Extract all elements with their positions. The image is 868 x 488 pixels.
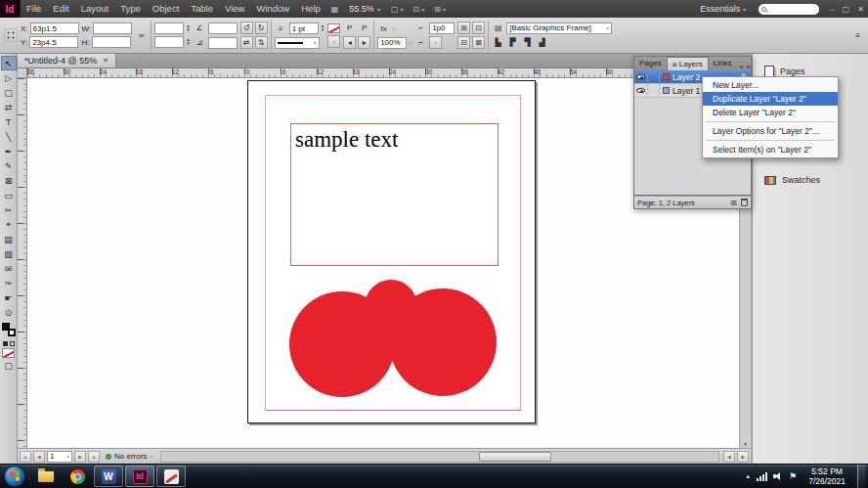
scale-y-input[interactable]: [154, 36, 184, 48]
menu-item[interactable]: View: [219, 0, 250, 18]
preflight-status[interactable]: No errors ▾: [102, 452, 156, 461]
fill-stroke-swatches[interactable]: [2, 323, 16, 336]
hand-tool[interactable]: ☛: [1, 290, 17, 305]
effects-fx-button[interactable]: fx: [377, 22, 390, 35]
corner-shape-dropdown[interactable]: ▾: [429, 36, 442, 49]
constrain-proportions-icon[interactable]: ∞: [135, 29, 148, 42]
bridge-icon[interactable]: ▦: [326, 5, 344, 14]
pasteboard[interactable]: sample text: [27, 78, 739, 448]
menu-item[interactable]: Object: [147, 0, 185, 18]
scroll-right-button[interactable]: ▸: [737, 451, 749, 463]
note-tool[interactable]: ✉: [1, 261, 17, 276]
document-tab[interactable]: *Untitled-4 @ 55% ✕: [18, 53, 116, 67]
align-bottom-button[interactable]: ▟: [536, 36, 548, 49]
pen-tool[interactable]: ✒: [1, 144, 17, 158]
width-input[interactable]: [93, 22, 132, 34]
horizontal-scrollbar[interactable]: [160, 451, 719, 463]
delete-layer-button[interactable]: [741, 199, 748, 206]
next-page-button[interactable]: ▸: [74, 451, 86, 463]
new-layer-button[interactable]: ⊞: [730, 199, 737, 207]
context-menu-item[interactable]: [706, 121, 835, 122]
direct-selection-tool[interactable]: ▷: [1, 70, 17, 85]
previous-page-button[interactable]: ◂: [33, 451, 45, 463]
menu-item[interactable]: Help: [295, 0, 326, 18]
workspace-switcher[interactable]: Essentials ▾: [694, 4, 752, 14]
line-tool[interactable]: ╲: [1, 129, 17, 144]
apply-none-button[interactable]: [2, 348, 15, 358]
corner-radius-input[interactable]: 1p0: [429, 22, 455, 34]
red-circles-shape[interactable]: [248, 81, 537, 424]
align-right-button[interactable]: ▜: [521, 36, 534, 49]
show-desktop-button[interactable]: [857, 465, 865, 488]
lock-toggle[interactable]: [648, 84, 660, 98]
scale-y-stepper[interactable]: ▲▼: [186, 38, 190, 46]
selection-tool[interactable]: ↖: [1, 56, 17, 70]
view-options-dropdown[interactable]: ▢▾: [386, 5, 409, 14]
action-center-icon[interactable]: ⚑: [789, 471, 797, 481]
last-page-button[interactable]: »: [88, 451, 100, 463]
menu-item[interactable]: Table: [185, 0, 219, 18]
x-input[interactable]: 63p1.5: [30, 22, 79, 34]
visibility-toggle[interactable]: [634, 70, 648, 84]
tab-pages[interactable]: Pages: [634, 57, 667, 70]
stroke-weight-input[interactable]: 1 pt: [289, 22, 319, 34]
scale-x-stepper[interactable]: ▲▼: [186, 24, 190, 32]
stroke-color-none-swatch[interactable]: [327, 23, 340, 33]
select-content-button[interactable]: P: [358, 22, 370, 34]
gap-tool[interactable]: ⇄: [1, 100, 17, 114]
align-top-button[interactable]: ▛: [506, 36, 519, 49]
control-panel-menu-icon[interactable]: ≡: [851, 29, 864, 42]
taskbar-clock[interactable]: 5:52 PM 7/26/2021: [803, 466, 851, 486]
fill-swatch[interactable]: [2, 323, 10, 331]
fit-proportional-button[interactable]: ⊠: [472, 36, 485, 49]
context-menu-item[interactable]: Select Item(s) on "Layer 2": [703, 143, 838, 156]
ruler-origin-corner[interactable]: [18, 68, 27, 78]
menu-item[interactable]: Window: [250, 0, 295, 18]
fit-content-button[interactable]: ⊞: [457, 22, 470, 34]
screen-mode-dropdown[interactable]: ⊡▾: [408, 5, 429, 14]
taskbar-paint-button[interactable]: [156, 466, 186, 487]
vertical-ruler[interactable]: [18, 78, 27, 448]
scissors-tool[interactable]: ✂: [1, 202, 17, 217]
fit-frame-button[interactable]: ⊡: [472, 22, 485, 34]
scale-x-input[interactable]: [154, 22, 184, 34]
height-input[interactable]: [92, 36, 131, 48]
context-menu-item[interactable]: [706, 140, 835, 141]
panel-collapse-menu[interactable]: »≡: [736, 64, 753, 70]
taskbar-explorer-button[interactable]: [31, 466, 61, 487]
type-tool[interactable]: T: [1, 114, 17, 129]
formatting-affects-buttons[interactable]: [3, 341, 15, 346]
eyedropper-tool[interactable]: ✑: [1, 276, 17, 290]
flip-vertical-button[interactable]: ⇅: [255, 36, 268, 49]
horizontal-scroll-thumb[interactable]: [479, 452, 551, 462]
start-button[interactable]: [4, 466, 25, 487]
screen-mode-button[interactable]: ▢: [1, 358, 17, 373]
volume-icon[interactable]: [773, 471, 783, 481]
rectangle-tool[interactable]: ▭: [1, 188, 17, 202]
rotate-ccw-button[interactable]: ↺: [240, 22, 253, 34]
reference-point-proxy[interactable]: [4, 28, 18, 42]
center-content-button[interactable]: ⊟: [457, 36, 470, 49]
menu-item[interactable]: Layout: [75, 0, 115, 18]
y-input[interactable]: 23p4.5: [29, 36, 78, 48]
gradient-swatch-tool[interactable]: ▤: [1, 232, 17, 246]
menu-item[interactable]: Edit: [47, 0, 74, 18]
stroke-weight-stepper[interactable]: ▲▼: [321, 24, 325, 32]
select-container-button[interactable]: P: [343, 22, 356, 34]
taskbar-word-button[interactable]: W: [94, 466, 123, 487]
hidden-icons-button[interactable]: ▲: [745, 473, 751, 479]
tab-links[interactable]: Links: [709, 57, 737, 70]
opacity-input[interactable]: 100%: [377, 37, 407, 49]
context-menu-item[interactable]: New Layer...: [703, 78, 838, 92]
menu-item[interactable]: File: [21, 0, 47, 18]
context-menu-item[interactable]: Layer Options for "Layer 2"...: [703, 124, 838, 138]
flip-horizontal-button[interactable]: ⇄: [240, 36, 253, 49]
arrange-documents-dropdown[interactable]: ⊞▾: [429, 5, 451, 14]
close-tab-icon[interactable]: ✕: [103, 57, 108, 65]
document-page[interactable]: sample text: [247, 80, 536, 423]
page-tool[interactable]: ▢: [1, 85, 17, 100]
network-icon[interactable]: [757, 472, 767, 481]
search-input[interactable]: [759, 4, 819, 15]
zoom-tool[interactable]: ⊙: [1, 305, 17, 320]
scroll-left-button[interactable]: ◂: [723, 451, 735, 463]
